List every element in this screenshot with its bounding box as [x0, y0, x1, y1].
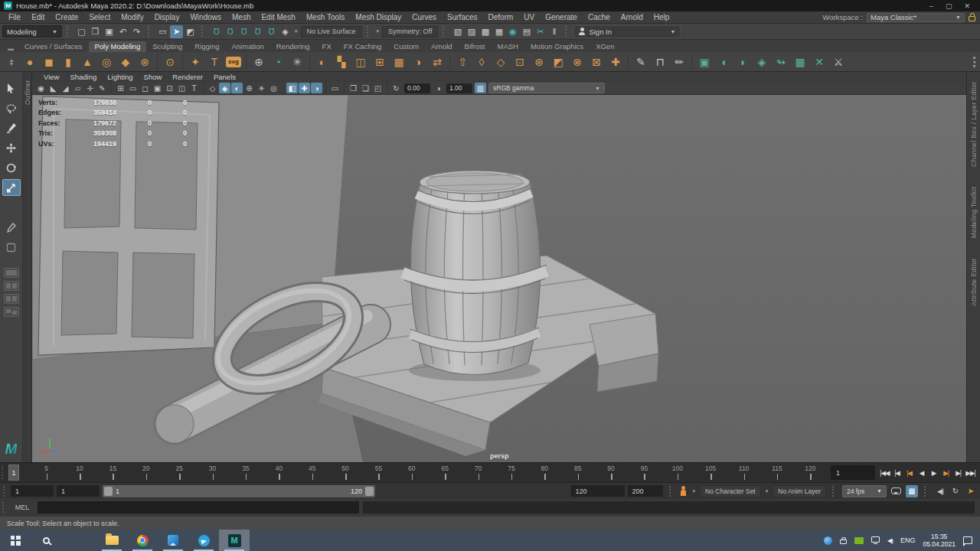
set-key-character-icon[interactable] — [679, 486, 688, 497]
select-component-icon[interactable]: ◩ — [184, 25, 197, 38]
fps-select[interactable]: 24 fps▼ — [842, 485, 887, 497]
tray-clock[interactable]: 15:35 05.04.2021 — [923, 533, 956, 548]
layout-single-pane-button[interactable] — [4, 268, 19, 278]
safe-action-icon[interactable]: ◫ — [176, 83, 188, 93]
scale-tool[interactable] — [2, 179, 21, 196]
section-grip[interactable] — [443, 26, 446, 37]
section-grip[interactable] — [201, 26, 205, 37]
menu-edit-mesh[interactable]: Edit Mesh — [256, 13, 300, 21]
uv-planar-icon[interactable]: ▣ — [695, 53, 714, 71]
image-plane-icon[interactable]: ▱ — [72, 83, 83, 93]
bridge-icon[interactable]: ◇ — [492, 53, 510, 71]
curve-smooth-icon[interactable]: ✏ — [670, 53, 688, 71]
mel-toggle-button[interactable]: MEL — [11, 504, 34, 511]
view-transform-select[interactable]: sRGB gamma▼ — [488, 83, 605, 93]
shelf-tab-arnold[interactable]: Arnold — [425, 41, 458, 52]
workspace-select[interactable]: Maya Classic*▼ — [867, 13, 965, 22]
undo-icon[interactable]: ↶ — [116, 25, 129, 38]
menu-edit[interactable]: Edit — [26, 13, 50, 21]
mirror-icon[interactable]: ◑ — [409, 53, 427, 71]
range-start-handle[interactable] — [104, 487, 113, 496]
shelf-tab-mash[interactable]: MASH — [492, 41, 524, 52]
current-frame-marker[interactable]: 1 — [8, 465, 19, 481]
shelf-tab-fx[interactable]: FX — [316, 41, 338, 52]
curve-pencil-icon[interactable]: ✎ — [632, 53, 650, 71]
multisample-icon[interactable]: ◑ — [311, 83, 322, 93]
poly-disc-icon[interactable]: ⊛ — [136, 53, 154, 71]
grease-pencil-icon[interactable]: ✎ — [96, 83, 108, 93]
target-weld-icon[interactable]: ⊗ — [568, 53, 586, 71]
select-hierarchy-icon[interactable]: ▭ — [156, 25, 169, 38]
speaker-mute-icon[interactable]: ◀) — [934, 485, 946, 497]
poly-sphere-icon[interactable]: ● — [21, 53, 39, 71]
playback-start-field[interactable]: 1 — [57, 485, 100, 497]
last-tool-pencil[interactable] — [2, 219, 21, 236]
maximize-icon[interactable]: ▢ — [946, 2, 952, 10]
animation-end-field[interactable]: 200 — [628, 485, 663, 497]
menu-mesh-display[interactable]: Mesh Display — [350, 13, 407, 21]
uv-spherical-icon[interactable]: ◗ — [733, 53, 752, 71]
poly-torus-icon[interactable]: ◎ — [97, 53, 116, 71]
start-button[interactable] — [0, 530, 31, 551]
screen-space-ao-icon[interactable]: ◧ — [286, 83, 298, 93]
render-settings-icon[interactable]: ▦ — [492, 25, 505, 38]
barrel-mesh[interactable] — [403, 171, 547, 381]
select-camera-icon[interactable]: ◉ — [35, 83, 47, 93]
exposure-field[interactable]: 0.00 — [404, 83, 430, 93]
shelf-options-icon[interactable]: ▲▼ — [3, 58, 20, 66]
taskbar-file-explorer[interactable] — [96, 530, 127, 551]
paste-view-icon[interactable]: ❏ — [360, 83, 371, 93]
uv-cylindrical-icon[interactable]: ◖ — [714, 53, 733, 71]
field-chart-icon[interactable]: ⊡ — [164, 83, 175, 93]
poly-cylinder-icon[interactable]: ▮ — [59, 53, 77, 71]
shelf-tab-curves-surfaces[interactable]: Curves / Surfaces — [18, 41, 89, 52]
workspace-lock-icon[interactable] — [969, 16, 975, 21]
time-node-icon[interactable]: ◔ — [269, 53, 287, 71]
copy-view-icon[interactable]: ❐ — [348, 83, 359, 93]
platonic-solid-icon[interactable]: ⊙ — [161, 53, 179, 71]
menu-arnold[interactable]: Arnold — [616, 13, 648, 21]
action-center-icon[interactable] — [963, 536, 972, 544]
outliner-tab-label[interactable]: Outliner — [24, 80, 31, 105]
animation-start-field[interactable]: 1 — [11, 485, 54, 497]
safe-title-icon[interactable]: T — [188, 83, 200, 93]
new-scene-icon[interactable]: ▢ — [75, 25, 88, 38]
gate-mask-icon[interactable]: ▣ — [152, 83, 163, 93]
use-all-lights-icon[interactable]: ⊕ — [243, 83, 255, 93]
taskbar-telegram[interactable] — [188, 530, 219, 551]
menu-mesh[interactable]: Mesh — [227, 13, 256, 21]
layout-split-button[interactable] — [4, 307, 19, 317]
tool-slot-empty[interactable] — [2, 239, 21, 256]
flip-icon[interactable]: ⇄ — [428, 53, 446, 71]
time-slider[interactable]: 1 51015202530354045505560657075808590951… — [0, 462, 980, 482]
shelf-tab-poly-modeling[interactable]: Poly Modeling — [89, 41, 147, 52]
step-back-frame-button[interactable]: |◀ — [891, 466, 903, 480]
menu-create[interactable]: Create — [50, 13, 83, 21]
uv-editor-icon[interactable]: ▦ — [791, 53, 809, 71]
menu-cache[interactable]: Cache — [583, 13, 616, 21]
separate-icon[interactable]: ▚ — [332, 53, 351, 71]
tray-network-icon[interactable] — [871, 536, 880, 543]
viewport-scene[interactable]: Verts:17983800Edges:35941400Faces:179672… — [32, 95, 966, 462]
circularize-icon[interactable]: ⊛ — [530, 53, 548, 71]
menu-set-select[interactable]: Modeling▼ — [2, 25, 62, 37]
open-scene-icon[interactable]: ❒ — [89, 25, 102, 38]
falloff-icon[interactable]: ⊕ — [250, 53, 268, 71]
tray-volume-icon[interactable]: ◀) — [887, 537, 893, 544]
poly-plane-icon[interactable]: ◆ — [116, 53, 135, 71]
chevron-down-icon[interactable]: ▾ — [293, 28, 299, 34]
tray-app-icon[interactable] — [824, 536, 832, 545]
motion-blur-icon[interactable]: ✚ — [299, 83, 310, 93]
menu-file[interactable]: File — [3, 13, 26, 21]
range-end-handle[interactable] — [365, 487, 374, 496]
combine-icon[interactable]: ◐ — [313, 53, 332, 71]
snap-to-point-icon[interactable]: Ω — [237, 25, 250, 38]
render-view-icon[interactable]: ▧ — [451, 25, 464, 38]
cut-scissors-icon[interactable]: ✂ — [534, 25, 547, 38]
tray-nvidia-icon[interactable] — [854, 537, 864, 544]
range-grip[interactable] — [3, 486, 8, 497]
taskbar-photos[interactable] — [158, 530, 188, 551]
playback-end-field[interactable]: 120 — [571, 485, 625, 497]
sign-in-button[interactable]: Sign In ▼ — [573, 25, 681, 38]
snap-to-curve-icon[interactable]: Ω — [224, 25, 237, 38]
